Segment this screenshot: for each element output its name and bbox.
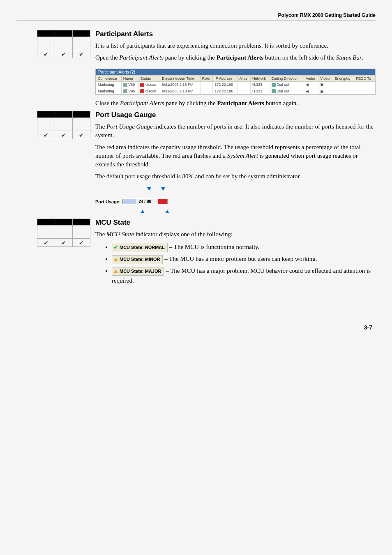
table-cell: H.323 <box>251 82 270 88</box>
table-cell: V69 <box>121 82 138 88</box>
section-port-usage: ✔ ✔ ✔ Port Usage Gauge The Port Usage Ga… <box>37 111 376 184</box>
check-icon: ✔ <box>73 239 90 247</box>
pa-col-header: Role <box>200 76 213 82</box>
check-icon: ✔ <box>55 239 73 247</box>
warning-icon <box>114 258 118 261</box>
port-bar-text: 24 / 80 <box>123 199 167 204</box>
table-cell <box>333 82 354 88</box>
table-cell <box>200 82 213 88</box>
pa-col-header: FECC To <box>354 76 375 82</box>
pa-col-header: Video <box>318 76 333 82</box>
pa-para-2: Open the Participant Alerts pane by clic… <box>95 53 376 62</box>
guide-title: Polycom RMX 2000 Getting Started Guide <box>278 12 376 18</box>
mcu-badge-minor: MCU State: MINOR <box>112 255 163 264</box>
pa-para-3: Close the Participant Alerts pane by cli… <box>95 99 376 108</box>
table-cell: ▣ <box>318 82 333 88</box>
mcu-item-minor: MCU State: MINOR – The MCU has a minor p… <box>112 254 376 264</box>
check-table-2: ✔ ✔ ✔ <box>37 111 90 139</box>
pu-para-2: The red area indicates the capacity usag… <box>95 143 376 169</box>
table-cell <box>200 88 213 94</box>
pa-col-header: Name <box>121 76 138 82</box>
pa-col-header: Network <box>251 76 270 82</box>
check-icon: ✔ <box>55 50 73 58</box>
table-cell: Dial out <box>270 88 304 94</box>
table-cell: discon <box>138 88 160 94</box>
status-icon <box>140 89 144 93</box>
pa-col-header: Dialing Direction <box>270 76 304 82</box>
table-cell: ▣ <box>318 88 333 94</box>
section-mcu-state: ✔ ✔ ✔ MCU State The MCU State indicator … <box>37 219 376 287</box>
pa-col-header: Disconnection Time <box>160 76 200 82</box>
pa-col-header: Conference <box>96 76 122 82</box>
check-icon: ✔ <box>114 244 118 251</box>
arrow-down-icon <box>147 187 151 191</box>
check-icon: ✔ <box>37 239 55 247</box>
participant-alerts-title: Participant Alerts <box>95 30 376 38</box>
table-cell: Marketing <box>96 88 122 94</box>
pa-col-header: Alias <box>238 76 251 82</box>
table-cell: ◀ <box>304 88 318 94</box>
check-icon: ✔ <box>37 131 55 139</box>
pa-para-1: It is a list of participants that are ex… <box>95 41 376 50</box>
port-usage-title: Port Usage Gauge <box>95 111 376 119</box>
table-cell: Dial out <box>270 82 304 88</box>
table-row: Marketing V96 discon9/21/2006 2:18 PM172… <box>96 88 375 94</box>
check-icon: ✔ <box>73 131 90 139</box>
table-cell <box>354 82 375 88</box>
table-cell <box>238 82 251 88</box>
table-cell: discon <box>138 82 160 88</box>
table-cell: 9/21/2006 2:18 PM <box>160 82 200 88</box>
table-cell: Marketing <box>96 82 122 88</box>
page-number: 3-7 <box>16 324 376 331</box>
pu-para-3: The default port usage threshold is 80% … <box>95 172 376 181</box>
pa-col-header: IP Address <box>213 76 238 82</box>
dial-icon <box>272 83 276 87</box>
check-icon: ✔ <box>73 50 90 58</box>
pa-ss-titlebar: Participant Alerts (2) <box>96 69 375 75</box>
mcu-item-normal: ✔MCU State: NORMAL – The MCU is function… <box>112 242 376 252</box>
mcu-intro: The MCU State indicator displays one of … <box>95 230 376 239</box>
status-icon <box>140 83 144 87</box>
mcu-badge-major: MCU State: MAJOR <box>112 267 164 276</box>
table-cell <box>238 88 251 94</box>
check-icon: ✔ <box>37 50 55 58</box>
table-cell: 172.22.169 <box>213 82 238 88</box>
check-table-3: ✔ ✔ ✔ <box>37 219 90 247</box>
table-row: Marketing V69 discon9/21/2006 2:18 PM172… <box>96 82 375 88</box>
page-content: ✔ ✔ ✔ Participant Alerts It is a list of… <box>16 30 376 287</box>
warning-icon <box>114 269 118 273</box>
arrow-up-icon <box>165 210 169 213</box>
mcu-list: ✔MCU State: NORMAL – The MCU is function… <box>112 242 376 286</box>
pa-col-header: Status <box>138 76 160 82</box>
pa-col-header: Encryptio <box>333 76 354 82</box>
port-usage-bar: 24 / 80 <box>122 199 168 204</box>
section-participant-alerts: ✔ ✔ ✔ Participant Alerts It is a list of… <box>37 30 376 65</box>
dial-icon <box>272 89 276 93</box>
mcu-badge-normal: ✔MCU State: NORMAL <box>112 243 168 252</box>
table-cell: V96 <box>121 88 138 94</box>
pu-para-1: The Port Usage Gauge indicates the numbe… <box>95 122 376 140</box>
check-table-1: ✔ ✔ ✔ <box>37 30 90 58</box>
mcu-state-title: MCU State <box>95 219 376 227</box>
table-cell <box>354 88 375 94</box>
table-cell: H.323 <box>251 88 270 94</box>
check-icon: ✔ <box>55 131 73 139</box>
port-usage-label: Port Usage: <box>95 199 121 204</box>
participant-icon <box>123 83 127 87</box>
port-gauge-figure: Port Usage: 24 / 80 <box>95 187 168 213</box>
table-cell: 9/21/2006 2:18 PM <box>160 88 200 94</box>
arrow-down-icon <box>161 187 165 191</box>
table-cell <box>333 88 354 94</box>
pa-col-header: Audio <box>304 76 318 82</box>
mcu-item-major: MCU State: MAJOR – The MCU has a major p… <box>112 266 376 286</box>
participant-alerts-screenshot: Participant Alerts (2) ConferenceNameSta… <box>95 69 376 95</box>
arrow-up-icon <box>141 210 145 213</box>
participant-icon <box>123 89 127 93</box>
table-cell: ◀ <box>304 82 318 88</box>
page-header: Polycom RMX 2000 Getting Started Guide <box>16 12 376 21</box>
table-cell: 172.22.186 <box>213 88 238 94</box>
pa-ss-table: ConferenceNameStatusDisconnection TimeRo… <box>96 75 375 94</box>
